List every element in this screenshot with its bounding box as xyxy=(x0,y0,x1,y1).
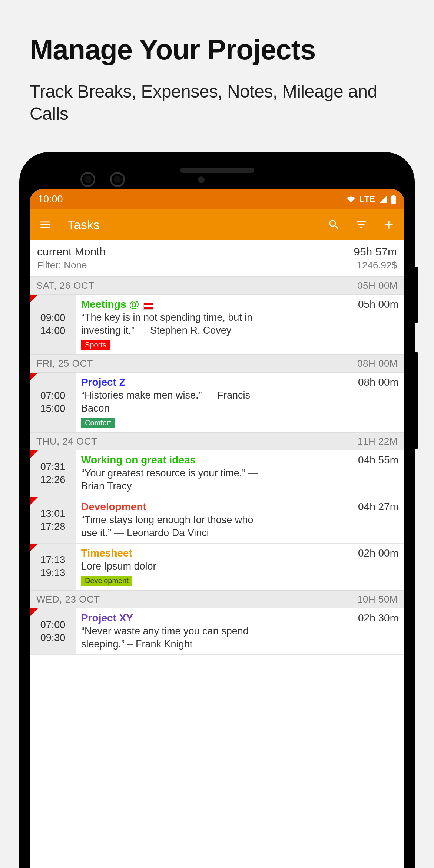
search-icon xyxy=(328,218,340,231)
task-content: Project Z08h 00m“Histories make men wise… xyxy=(76,373,404,432)
day-date: SAT, 26 OCT xyxy=(36,280,95,291)
task-content: Development04h 27m“Time stays long enoug… xyxy=(76,497,404,543)
phone-side-button xyxy=(415,352,418,449)
task-title: Project XY xyxy=(81,612,133,624)
summary-period: current Month xyxy=(37,245,106,258)
day-date: THU, 24 OCT xyxy=(36,436,97,447)
day-header: WED, 23 OCT10H 50M xyxy=(30,590,404,608)
task-note: Lore Ipsum dolor xyxy=(81,560,266,573)
day-total: 05H 00M xyxy=(357,280,398,291)
task-time-column: 09:0014:00 xyxy=(30,295,76,354)
task-title: Project Z xyxy=(81,376,126,388)
task-title: Development xyxy=(81,501,146,512)
task-list[interactable]: SAT, 26 OCT05H 00M09:0014:00Meetings @ 0… xyxy=(30,277,404,655)
task-note: “Time stays long enough for those who us… xyxy=(81,514,266,539)
summary-amount: 1246.92$ xyxy=(354,260,397,271)
task-end-time: 17:28 xyxy=(40,520,66,533)
task-marker-icon xyxy=(30,295,38,303)
task-marker-icon xyxy=(30,608,38,617)
signal-icon xyxy=(379,195,387,203)
wifi-icon xyxy=(346,195,356,203)
task-row[interactable]: 17:1319:13Timesheet02h 00mLore Ipsum dol… xyxy=(30,544,404,590)
phone-camera xyxy=(80,172,95,187)
summary-bar[interactable]: current Month Filter: None 95h 57m 1246.… xyxy=(30,240,404,277)
status-bar: 10:00 LTE xyxy=(30,189,404,209)
day-header: THU, 24 OCT11H 22M xyxy=(30,432,404,450)
status-time: 10:00 xyxy=(38,194,63,205)
task-start-time: 07:00 xyxy=(40,389,66,402)
flag-austria-icon xyxy=(143,303,153,310)
task-row[interactable]: 09:0014:00Meetings @ 05h 00m“The key is … xyxy=(30,295,404,354)
network-label: LTE xyxy=(360,194,375,204)
task-marker-icon xyxy=(30,373,38,381)
task-marker-icon xyxy=(30,544,38,552)
task-title: Timesheet xyxy=(81,547,132,559)
task-note: “Your greatest resource is your time.” ―… xyxy=(81,467,266,493)
phone-camera xyxy=(110,172,125,187)
task-duration: 02h 30m xyxy=(358,612,398,624)
task-marker-icon xyxy=(30,497,38,505)
phone-speaker xyxy=(180,168,254,173)
day-total: 08H 00M xyxy=(357,358,398,369)
summary-filter: Filter: None xyxy=(37,260,106,271)
task-tag: Comfort xyxy=(81,418,115,428)
hamburger-icon xyxy=(39,218,52,231)
promo-subtitle: Track Breaks, Expenses, Notes, Mileage a… xyxy=(30,80,404,125)
phone-side-button xyxy=(415,267,418,323)
task-content: Timesheet02h 00mLore Ipsum dolorDevelopm… xyxy=(76,544,404,590)
task-time-column: 13:0117:28 xyxy=(30,497,76,543)
task-end-time: 12:26 xyxy=(40,473,66,486)
task-content: Project XY02h 30m“Never waste any time y… xyxy=(76,608,404,654)
task-duration: 04h 55m xyxy=(358,454,398,466)
task-start-time: 13:01 xyxy=(40,507,66,520)
task-duration: 05h 00m xyxy=(358,298,398,310)
svg-rect-1 xyxy=(392,195,394,196)
phone-frame: 10:00 LTE Tasks xyxy=(19,152,415,868)
task-row[interactable]: 07:0015:00Project Z08h 00m“Histories mak… xyxy=(30,373,404,432)
task-row[interactable]: 13:0117:28Development04h 27m“Time stays … xyxy=(30,497,404,544)
task-tag: Development xyxy=(81,576,132,586)
add-button[interactable] xyxy=(380,216,398,234)
day-total: 10H 50M xyxy=(357,594,398,605)
task-time-column: 07:0015:00 xyxy=(30,373,76,432)
task-note: “Histories make men wise.” ― Francis Bac… xyxy=(81,389,266,415)
day-total: 11H 22M xyxy=(357,436,398,447)
phone-sensor xyxy=(198,176,205,183)
task-end-time: 15:00 xyxy=(40,402,66,415)
task-end-time: 09:30 xyxy=(40,631,66,644)
task-end-time: 19:13 xyxy=(40,567,66,580)
search-button[interactable] xyxy=(325,216,343,234)
day-header: SAT, 26 OCT05H 00M xyxy=(30,277,404,295)
app-title: Tasks xyxy=(67,218,100,232)
svg-rect-0 xyxy=(391,196,396,204)
phone-screen: 10:00 LTE Tasks xyxy=(30,189,404,868)
task-time-column: 07:3112:26 xyxy=(30,450,76,496)
task-row[interactable]: 07:0009:30Project XY02h 30m“Never waste … xyxy=(30,608,404,655)
task-duration: 02h 00m xyxy=(358,547,398,559)
day-date: WED, 23 OCT xyxy=(36,594,100,605)
task-marker-icon xyxy=(30,450,38,459)
day-date: FRI, 25 OCT xyxy=(36,358,93,369)
day-header: FRI, 25 OCT08H 00M xyxy=(30,354,404,373)
task-time-column: 07:0009:30 xyxy=(30,608,76,654)
battery-icon xyxy=(391,195,396,204)
plus-icon xyxy=(382,218,395,231)
filter-button[interactable] xyxy=(352,216,370,234)
task-content: Working on great ideas04h 55m“Your great… xyxy=(76,450,404,496)
menu-button[interactable] xyxy=(36,216,54,234)
task-time-column: 17:1319:13 xyxy=(30,544,76,590)
task-start-time: 17:13 xyxy=(40,554,66,567)
task-duration: 04h 27m xyxy=(358,501,398,513)
task-title: Working on great ideas xyxy=(81,454,196,466)
task-content: Meetings @ 05h 00m“The key is in not spe… xyxy=(76,295,404,354)
task-start-time: 07:00 xyxy=(40,618,66,631)
task-note: “Never waste any time you can spend slee… xyxy=(81,625,266,651)
app-bar: Tasks xyxy=(30,209,404,240)
filter-icon xyxy=(355,218,368,231)
task-row[interactable]: 07:3112:26Working on great ideas04h 55m“… xyxy=(30,450,404,497)
promo-title: Manage Your Projects xyxy=(30,33,404,66)
task-start-time: 09:00 xyxy=(40,311,66,324)
task-title: Meetings @ xyxy=(81,298,142,310)
task-tag: Sports xyxy=(81,340,110,350)
task-end-time: 14:00 xyxy=(40,324,66,337)
